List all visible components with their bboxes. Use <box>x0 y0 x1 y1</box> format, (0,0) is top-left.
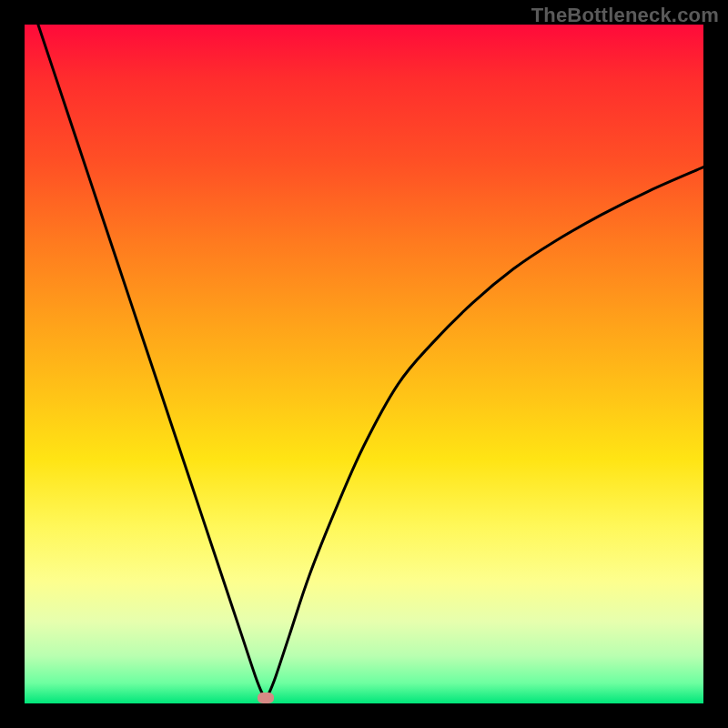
plot-area <box>25 25 703 703</box>
chart-frame: TheBottleneck.com <box>0 0 728 728</box>
watermark-text: TheBottleneck.com <box>531 4 719 27</box>
optimal-point-marker <box>258 693 274 703</box>
bottleneck-curve <box>25 25 703 703</box>
